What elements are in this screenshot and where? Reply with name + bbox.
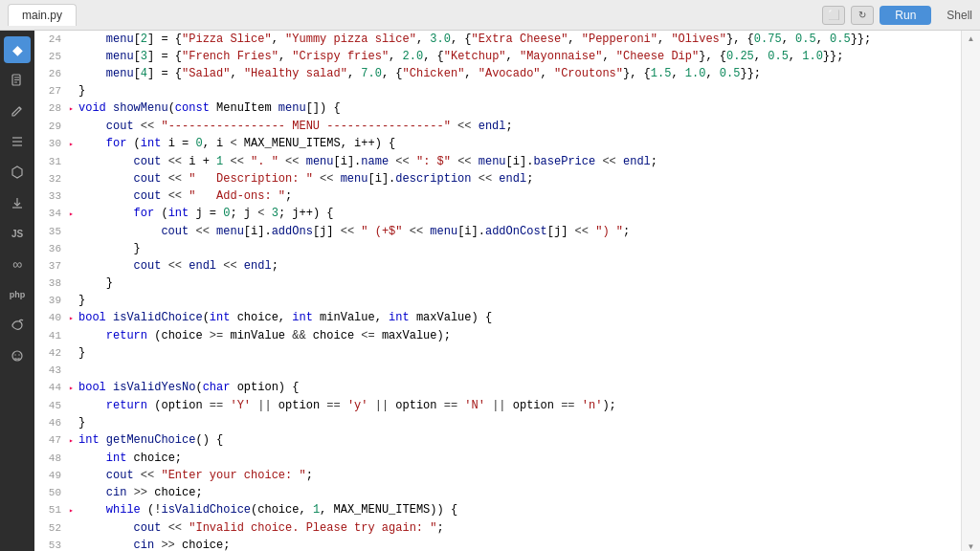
code-row: 43 [34,362,961,379]
code-content: bool isValidYesNo(char option) { [78,379,961,396]
line-marker: ▸ [69,99,78,118]
code-row: 53 cin >> choice; [34,537,961,551]
code-content: cout << "Enter your choice: "; [78,467,961,484]
code-row: 51▸ while (!isValidChoice(choice, 1, MAX… [34,501,961,519]
line-number: 37 [34,257,69,275]
line-number: 52 [34,519,69,537]
code-row: 50 cin >> choice; [34,484,961,501]
tab-area: main.py [8,4,822,26]
code-content: cin >> choice; [78,484,961,501]
logo-icon[interactable]: ◆ [4,36,31,63]
face-icon[interactable] [4,342,31,369]
code-row: 33 cout << " Add-ons: "; [34,187,961,205]
title-bar: main.py ⬜ ↻ Run Shell [0,0,980,31]
run-button[interactable]: Run [880,6,931,25]
js-icon[interactable]: JS [4,220,31,247]
line-marker: ▸ [69,379,78,397]
line-number: 50 [34,484,69,501]
line-number: 29 [34,118,69,135]
refresh-button[interactable]: ↻ [851,6,874,25]
code-row: 26 menu[4] = {"Salad", "Healthy salad", … [34,65,961,82]
php-icon[interactable]: php [4,281,31,308]
line-marker: ▸ [69,501,78,519]
line-number: 53 [34,537,69,551]
right-panel: ▲ ▼ [961,31,980,551]
svg-point-13 [18,354,19,355]
code-row: 39} [34,292,961,309]
line-number: 30 [34,135,69,152]
bird-icon[interactable] [4,312,31,339]
code-row: 41 return (choice >= minValue && choice … [34,327,961,344]
code-row: 52 cout << "Invalid choice. Please try a… [34,519,961,537]
code-content: cout << "----------------- MENU --------… [78,118,961,135]
line-number: 45 [34,397,69,414]
sidebar: ◆ [0,31,34,551]
line-number: 43 [34,362,69,379]
code-row: 40▸bool isValidChoice(int choice, int mi… [34,309,961,327]
scroll-down-button[interactable]: ▼ [968,542,975,551]
line-number: 38 [34,275,69,292]
line-number: 35 [34,223,69,240]
line-marker: ▸ [69,309,78,327]
code-row: 28▸void showMenu(const MenuItem menu[]) … [34,99,961,118]
code-content: return (choice >= minValue && choice <= … [78,327,961,344]
line-number: 24 [34,31,69,48]
code-row: 27} [34,82,961,99]
line-number: 27 [34,82,69,99]
code-row: 29 cout << "----------------- MENU -----… [34,118,961,135]
code-content: menu[2] = {"Pizza Slice", "Yummy pizza s… [78,31,961,48]
code-content: for (int j = 0; j < 3; j++) { [78,205,961,222]
code-content: } [78,292,961,309]
code-content: menu[4] = {"Salad", "Healthy salad", 7.0… [78,65,961,82]
main-content: ◆ [0,31,980,551]
infinite-icon[interactable]: ∞ [4,251,31,277]
code-row: 48 int choice; [34,450,961,467]
line-number: 41 [34,327,69,344]
code-content: while (!isValidChoice(choice, 1, MAX_MEN… [78,501,961,518]
edit-icon[interactable] [4,98,31,124]
code-content: return (option == 'Y' || option == 'y' |… [78,397,961,414]
restore-button[interactable]: ⬜ [822,6,845,25]
line-number: 47 [34,431,69,449]
svg-line-4 [19,107,21,109]
line-number: 25 [34,48,69,65]
code-content: } [78,414,961,431]
code-content: } [78,240,961,257]
code-content: } [78,275,961,292]
code-lines: 24 menu[2] = {"Pizza Slice", "Yummy pizz… [34,31,961,551]
hexagon-icon[interactable] [4,159,31,186]
code-content: cin >> choice; [78,537,961,551]
code-row: 46} [34,414,961,431]
line-marker: ▸ [69,431,78,450]
code-content: for (int i = 0, i < MAX_MENU_ITEMS, i++)… [78,135,961,152]
code-row: 25 menu[3] = {"French Fries", "Crispy fr… [34,48,961,65]
code-content: } [78,344,961,362]
shell-label: Shell [947,9,972,22]
code-row: 38 } [34,275,961,292]
code-content: cout << menu[i].addOns[j] << " (+$" << m… [78,223,961,240]
code-row: 34▸ for (int j = 0; j < 3; j++) { [34,205,961,223]
line-number: 36 [34,240,69,257]
line-number: 28 [34,99,69,117]
download-icon[interactable] [4,189,31,216]
code-content: bool isValidChoice(int choice, int minVa… [78,309,961,326]
window-controls: ⬜ ↻ Run Shell [822,6,972,25]
code-area[interactable]: 24 menu[2] = {"Pizza Slice", "Yummy pizz… [34,31,961,551]
code-row: 42} [34,344,961,362]
code-content: menu[3] = {"French Fries", "Crispy fries… [78,48,961,65]
file-icon[interactable] [4,67,31,94]
code-row: 32 cout << " Description: " << menu[i].d… [34,170,961,187]
line-number: 34 [34,205,69,222]
code-content: cout << " Add-ons: "; [78,187,961,205]
code-row: 30▸ for (int i = 0, i < MAX_MENU_ITEMS, … [34,135,961,153]
file-tab[interactable]: main.py [8,4,77,26]
line-marker: ▸ [69,205,78,223]
line-marker: ▸ [69,135,78,153]
editor-container: 24 menu[2] = {"Pizza Slice", "Yummy pizz… [34,31,961,551]
line-number: 33 [34,187,69,205]
line-number: 26 [34,65,69,82]
code-content: int choice; [78,450,961,467]
line-number: 32 [34,170,69,187]
list-icon[interactable] [4,128,31,155]
scroll-up-button[interactable]: ▲ [968,34,975,43]
